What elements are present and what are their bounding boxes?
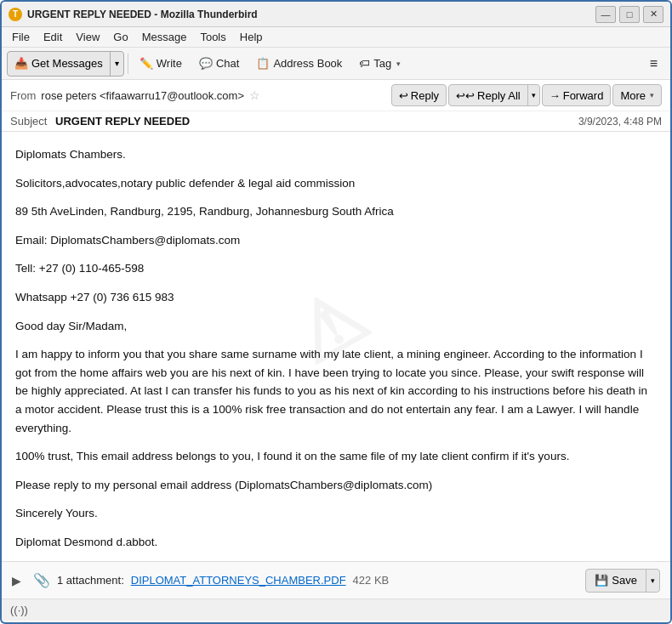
write-label: Write [157,57,182,70]
menubar: File Edit View Go Message Tools Help [2,27,670,48]
body-paragraph3: Please reply to my personal email addres… [15,476,657,495]
get-messages-button[interactable]: 📥 Get Messages [8,52,111,76]
email-body: ⚠ Diplomats Chambers. Solicitors,advocat… [2,132,670,561]
body-closing2: Diplomat Desmond d.abbot. [15,533,657,552]
email-header: From rose peters <fifaawarru17@outlook.c… [2,80,670,132]
menu-go[interactable]: Go [106,29,134,45]
wifi-icon: ((·)) [10,604,28,616]
body-org-name: Diplomats Chambers. [15,145,657,164]
body-org-email: Email: DiplomatsChambers@diplomats.com [15,231,657,250]
toolbar: 📥 Get Messages ▾ ✏️ Write 💬 Chat 📋 Addre… [2,48,670,80]
from-address: rose peters <fifaawarru17@outlook.com> [41,89,244,102]
titlebar-left: T URGENT REPLY NEEDED - Mozilla Thunderb… [9,8,258,21]
get-messages-label: Get Messages [31,57,103,70]
from-row: From rose peters <fifaawarru17@outlook.c… [2,80,670,111]
chat-button[interactable]: 💬 Chat [191,51,247,77]
address-book-label: Address Book [273,57,342,70]
forward-icon: → [550,89,561,102]
address-book-button[interactable]: 📋 Address Book [248,51,350,77]
app-icon: T [9,8,22,21]
get-messages-dropdown[interactable]: ▾ [111,52,123,76]
tag-label: Tag [373,57,391,70]
save-label: Save [612,574,637,587]
from-email: <fifaawarru17@outlook.com> [100,89,244,102]
from-label: From [10,89,36,102]
toolbar-right: ≡ [642,51,665,77]
reply-all-button[interactable]: ↩↩ Reply All [449,85,528,105]
save-group: 💾 Save ▾ [585,569,660,593]
maximize-button[interactable]: □ [619,6,640,23]
statusbar: ((·)) [2,598,670,621]
star-icon[interactable]: ☆ [249,88,260,102]
save-button[interactable]: 💾 Save [586,570,646,592]
email-date: 3/9/2023, 4:48 PM [578,116,662,128]
body-org-whatsapp: Whatsapp +27 (0) 736 615 983 [15,288,657,307]
body-org-address: 89 5th AveLinden, Randburg, 2195, Randbu… [15,202,657,221]
reply-toolbar: ↩ Reply ↩↩ Reply All ▾ → Forward More ▾ [391,84,662,106]
close-button[interactable]: ✕ [643,6,663,23]
save-icon: 💾 [595,574,608,587]
forward-button[interactable]: → Forward [542,84,612,106]
write-icon: ✏️ [140,57,153,70]
menu-message[interactable]: Message [135,29,194,45]
body-org-tell: Tell: +27 (0) 110-465-598 [15,259,657,278]
body-greeting: Good day Sir/Madam, [15,317,657,336]
attachment-count: 1 attachment: [57,574,124,587]
body-closing1: Sincerely Yours. [15,504,657,523]
get-messages-group: 📥 Get Messages ▾ [7,51,124,77]
email-content: Diplomats Chambers. Solicitors,advocates… [15,145,657,561]
subject-text: URGENT REPLY NEEDED [55,115,190,128]
reply-all-dropdown[interactable]: ▾ [528,85,539,105]
reply-all-label: Reply All [477,89,521,102]
more-button[interactable]: More ▾ [612,84,662,106]
attachment-left: ▶ 📎 1 attachment: DIPLOMAT_ATTORNEYS_CHA… [12,572,389,588]
attachment-file-icon: 📎 [33,572,50,588]
more-label: More [620,89,646,102]
menu-view[interactable]: View [69,29,106,45]
chat-icon: 💬 [199,57,213,70]
attachment-expand-icon[interactable]: ▶ [12,574,21,587]
save-dropdown[interactable]: ▾ [646,570,659,592]
reply-button[interactable]: ↩ Reply [391,84,447,106]
menu-file[interactable]: File [5,29,37,45]
get-messages-icon: 📥 [14,57,28,70]
attachment-filename[interactable]: DIPLOMAT_ATTORNEYS_CHAMBER.PDF [131,574,346,587]
subject-label: Subject [10,115,47,128]
address-book-icon: 📋 [256,57,270,70]
attachment-bar: ▶ 📎 1 attachment: DIPLOMAT_ATTORNEYS_CHA… [2,561,670,598]
toolbar-separator-1 [128,54,128,74]
minimize-button[interactable]: — [595,6,616,23]
body-paragraph2: 100% trust, This email address belongs t… [15,447,657,466]
hamburger-icon: ≡ [650,56,658,71]
subject-row: Subject URGENT REPLY NEEDED 3/9/2023, 4:… [2,111,670,131]
forward-label: Forward [563,89,604,102]
titlebar-controls: — □ ✕ [595,6,663,23]
menu-tools[interactable]: Tools [193,29,232,45]
reply-all-group: ↩↩ Reply All ▾ [448,84,540,106]
hamburger-menu-button[interactable]: ≡ [642,51,665,77]
tag-icon: 🏷 [359,57,370,70]
more-dropdown-arrow: ▾ [650,91,654,99]
body-org-desc: Solicitors,advocates,notary public defen… [15,174,657,193]
menu-help[interactable]: Help [233,29,270,45]
titlebar: T URGENT REPLY NEEDED - Mozilla Thunderb… [2,2,670,27]
write-button[interactable]: ✏️ Write [132,51,190,77]
tag-button[interactable]: 🏷 Tag ▾ [351,51,408,77]
attachment-size: 422 KB [353,574,390,587]
tag-dropdown-arrow: ▾ [396,60,401,68]
reply-all-icon: ↩↩ [456,89,475,102]
from-left: From rose peters <fifaawarru17@outlook.c… [10,88,260,102]
from-name: rose peters [41,89,96,102]
subject-area: Subject URGENT REPLY NEEDED [10,115,190,128]
menu-edit[interactable]: Edit [37,29,69,45]
reply-icon: ↩ [399,89,408,102]
reply-label: Reply [411,89,439,102]
chat-label: Chat [216,57,239,70]
window-title: URGENT REPLY NEEDED - Mozilla Thunderbir… [27,9,258,20]
body-paragraph1: I am happy to inform you that you share … [15,345,657,437]
